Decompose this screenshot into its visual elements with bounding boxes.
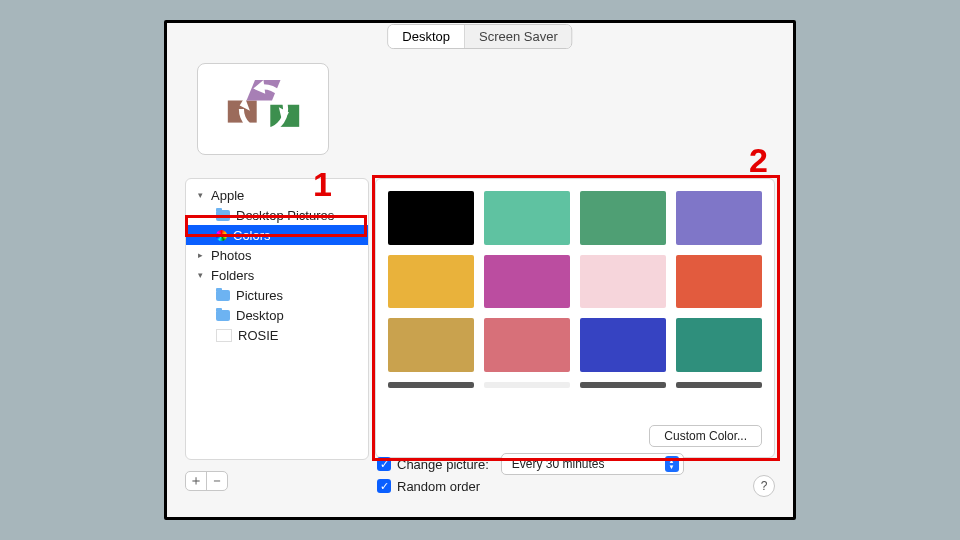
change-picture-checkbox[interactable]: ✓ [377, 457, 391, 471]
color-swatch[interactable] [388, 191, 474, 245]
color-swatch[interactable] [388, 318, 474, 372]
rotate-icon [221, 74, 306, 144]
sidebar-label: Apple [211, 188, 244, 203]
annotation-number-2: 2 [749, 141, 768, 180]
sidebar-label: Colors [233, 228, 271, 243]
sidebar-item-colors[interactable]: Colors [186, 225, 368, 245]
color-swatch[interactable] [676, 318, 762, 372]
source-list: ▾ Apple Desktop Pictures Colors ▸ Photos… [185, 178, 369, 460]
color-swatch[interactable] [676, 255, 762, 309]
color-swatch[interactable] [484, 382, 570, 388]
interval-popup[interactable]: Every 30 minutes ▲▼ [501, 453, 684, 475]
color-swatch[interactable] [580, 318, 666, 372]
sidebar-label: Folders [211, 268, 254, 283]
sidebar-item-pictures[interactable]: Pictures [186, 285, 368, 305]
change-picture-label: Change picture: [397, 457, 489, 472]
custom-color-button[interactable]: Custom Color... [649, 425, 762, 447]
remove-button[interactable]: － [207, 472, 227, 490]
folder-icon [216, 310, 230, 321]
interval-value: Every 30 minutes [512, 457, 605, 471]
sidebar-item-apple[interactable]: ▾ Apple [186, 185, 368, 205]
tab-desktop[interactable]: Desktop [388, 25, 465, 48]
desktop-preview [197, 63, 329, 155]
random-order-label: Random order [397, 479, 480, 494]
tab-group: Desktop Screen Saver [387, 24, 572, 49]
color-swatch[interactable] [484, 255, 570, 309]
blank-icon [216, 329, 232, 342]
color-swatch[interactable] [388, 255, 474, 309]
sidebar-label: Pictures [236, 288, 283, 303]
color-swatch[interactable] [484, 318, 570, 372]
color-swatch[interactable] [676, 382, 762, 388]
folder-icon [216, 210, 230, 221]
tab-screensaver[interactable]: Screen Saver [465, 25, 572, 48]
add-button[interactable]: ＋ [186, 472, 207, 490]
rainbow-icon [216, 230, 227, 241]
color-swatch[interactable] [676, 191, 762, 245]
bottom-controls: ✓ Change picture: Every 30 minutes ▲▼ ✓ … [377, 453, 775, 497]
color-swatch[interactable] [580, 255, 666, 309]
random-order-checkbox[interactable]: ✓ [377, 479, 391, 493]
color-swatch[interactable] [580, 382, 666, 388]
color-swatch[interactable] [484, 191, 570, 245]
sidebar-item-desktop-folder[interactable]: Desktop [186, 305, 368, 325]
sidebar-item-photos[interactable]: ▸ Photos [186, 245, 368, 265]
updown-icon: ▲▼ [665, 456, 679, 472]
sidebar-label: ROSIE [238, 328, 278, 343]
help-button[interactable]: ? [753, 475, 775, 497]
chevron-down-icon: ▾ [198, 270, 208, 280]
preferences-window: Desktop Screen Saver ▾ Apple [164, 20, 796, 520]
chevron-down-icon: ▾ [198, 190, 208, 200]
sidebar-label: Photos [211, 248, 251, 263]
sidebar-item-folders[interactable]: ▾ Folders [186, 265, 368, 285]
sidebar-item-rosie[interactable]: ROSIE [186, 325, 368, 345]
color-grid: Custom Color... [375, 178, 775, 458]
chevron-right-icon: ▸ [198, 250, 208, 260]
color-swatch[interactable] [580, 191, 666, 245]
add-remove-group: ＋ － [185, 471, 228, 491]
sidebar-label: Desktop [236, 308, 284, 323]
folder-icon [216, 290, 230, 301]
color-swatch[interactable] [388, 382, 474, 388]
sidebar-label: Desktop Pictures [236, 208, 334, 223]
sidebar-item-desktop-pictures[interactable]: Desktop Pictures [186, 205, 368, 225]
